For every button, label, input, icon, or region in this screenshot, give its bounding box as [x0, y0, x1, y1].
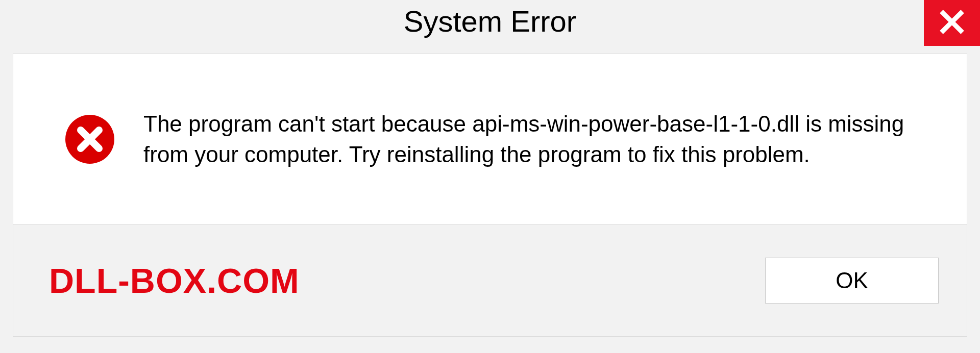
error-icon [64, 114, 115, 165]
titlebar: System Error [0, 0, 980, 54]
watermark-text: DLL-BOX.COM [49, 261, 300, 300]
dialog-body: The program can't start because api-ms-w… [13, 54, 967, 224]
close-button[interactable] [924, 0, 980, 46]
ok-button-label: OK [836, 268, 868, 293]
error-message: The program can't start because api-ms-w… [143, 109, 941, 169]
dialog-footer: DLL-BOX.COM OK [13, 224, 967, 337]
close-icon [939, 9, 965, 37]
dialog-title: System Error [404, 4, 576, 38]
ok-button[interactable]: OK [765, 258, 939, 304]
